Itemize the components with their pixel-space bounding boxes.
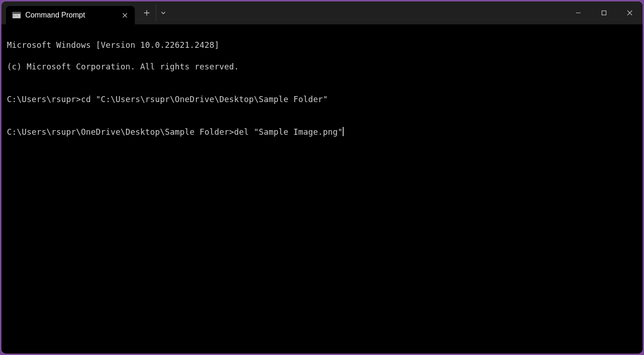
new-tab-button[interactable] (138, 5, 155, 21)
svg-rect-0 (602, 11, 606, 15)
tab-title: Command Prompt (25, 11, 115, 19)
tab-actions (135, 1, 170, 24)
maximize-button[interactable] (591, 1, 617, 24)
command-text: del "Sample Image.png" (234, 127, 343, 138)
command-text: cd "C:\Users\rsupr\OneDrive\Desktop\Samp… (81, 94, 328, 105)
banner-line: Microsoft Windows [Version 10.0.22621.24… (7, 40, 637, 51)
minimize-button[interactable] (565, 1, 591, 24)
titlebar-drag-region[interactable] (170, 1, 565, 24)
titlebar: Command Prompt (1, 1, 643, 24)
maximize-icon (601, 10, 607, 16)
prompt: C:\Users\rsupr> (7, 94, 81, 105)
command-line: C:\Users\rsupr>cd "C:\Users\rsupr\OneDri… (7, 94, 637, 105)
window-controls (565, 1, 643, 24)
text-cursor (343, 127, 344, 136)
command-line-current: C:\Users\rsupr\OneDrive\Desktop\Sample F… (7, 127, 637, 138)
terminal-window: Command Prompt Microsoft (1, 1, 643, 354)
tab-close-button[interactable] (119, 10, 130, 21)
close-icon (122, 13, 127, 18)
terminal-output[interactable]: Microsoft Windows [Version 10.0.22621.24… (1, 24, 643, 354)
close-window-button[interactable] (617, 1, 643, 24)
prompt: C:\Users\rsupr\OneDrive\Desktop\Sample F… (7, 127, 234, 138)
banner-line: (c) Microsoft Corporation. All rights re… (7, 62, 637, 73)
tab-command-prompt[interactable]: Command Prompt (6, 6, 135, 24)
plus-icon (144, 10, 150, 16)
tab-dropdown-button[interactable] (156, 5, 170, 21)
minimize-icon (575, 10, 581, 16)
chevron-down-icon (161, 11, 166, 14)
close-icon (627, 10, 632, 16)
cmd-icon (12, 12, 21, 18)
